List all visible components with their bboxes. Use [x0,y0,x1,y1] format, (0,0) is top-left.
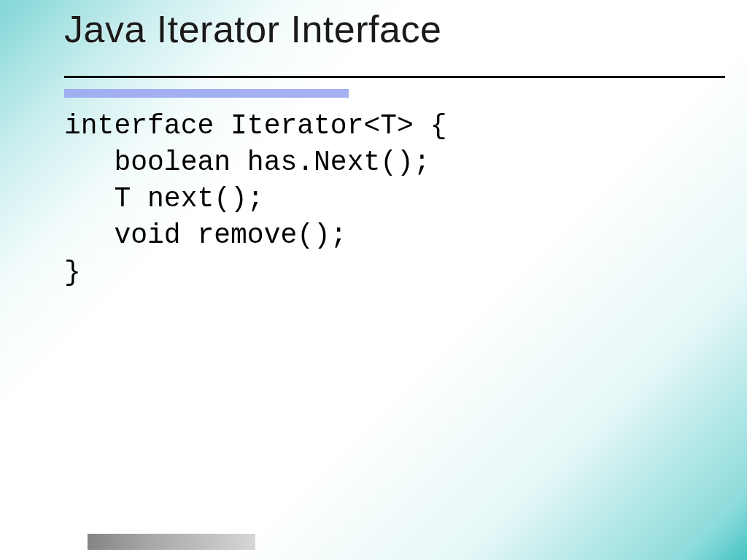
code-line-2: boolean has.Next(); [64,147,430,178]
code-block: interface Iterator<T> { boolean has.Next… [64,108,447,291]
title-underline-black [64,76,725,78]
code-line-5: } [64,257,81,288]
slide-title: Java Iterator Interface [64,7,718,51]
title-underline-blue [64,89,349,98]
title-area: Java Iterator Interface [64,7,718,51]
slide: Java Iterator Interface interface Iterat… [0,0,747,560]
title-underline-group [0,76,747,98]
code-line-3: T next(); [64,183,264,214]
footer-bar [88,534,255,550]
code-line-4: void remove(); [64,219,347,251]
code-line-1: interface Iterator<T> { [64,110,447,141]
